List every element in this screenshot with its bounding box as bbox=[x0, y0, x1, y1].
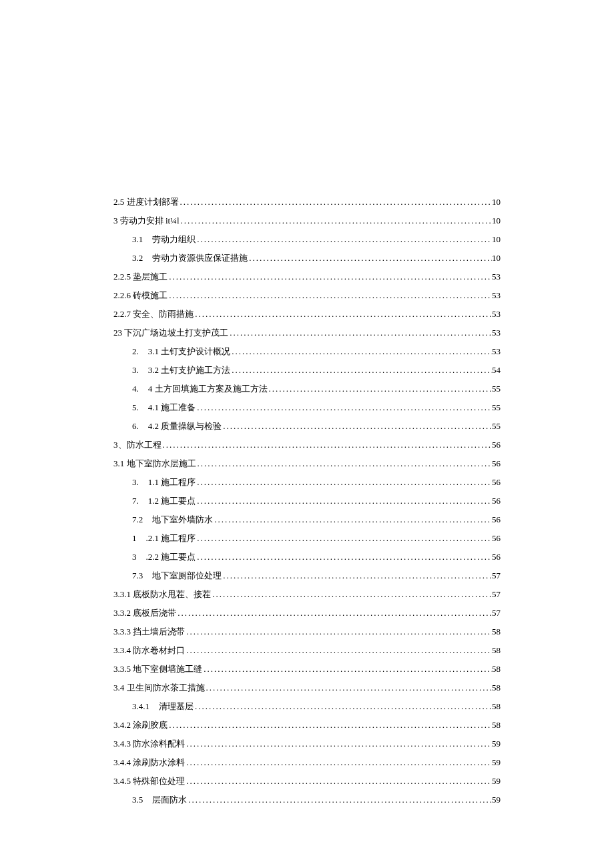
toc-prefix: 3 bbox=[113, 550, 137, 564]
toc-leader-dots bbox=[248, 252, 492, 265]
toc-leader-dots bbox=[228, 326, 492, 340]
toc-leader-dots bbox=[179, 195, 493, 209]
toc-page-number: 59 bbox=[492, 793, 501, 807]
toc-title: 3.3.4 防水卷材封口 bbox=[113, 644, 185, 657]
toc-page-number: 59 bbox=[492, 756, 501, 769]
toc-leader-dots bbox=[168, 270, 492, 284]
toc-entry: 3.4.3 防水涂料配料59 bbox=[113, 737, 501, 751]
toc-entry: 3.4.4 涂刷防水涂料59 bbox=[113, 756, 501, 769]
toc-page-number: 55 bbox=[492, 401, 501, 414]
toc-title: 3.2 土钉支护施工方法 bbox=[148, 364, 231, 377]
toc-title: 3.4.2 涂刷胶底 bbox=[113, 719, 168, 732]
toc-leader-dots bbox=[187, 793, 492, 807]
toc-entry: 2.5 进度计划部署10 bbox=[113, 195, 501, 209]
toc-entry: 2.3.1 土钉支护设计概况53 bbox=[113, 345, 501, 358]
toc-leader-dots bbox=[202, 663, 492, 676]
toc-page-number: 53 bbox=[492, 308, 501, 321]
toc-entry: 3 劳动力安排 it¼l10 bbox=[113, 214, 501, 228]
toc-entry: 3.4.1清理基层58 bbox=[113, 700, 501, 713]
toc-page-number: 57 bbox=[492, 606, 501, 620]
toc-leader-dots bbox=[162, 438, 493, 452]
toc-prefix: 7. bbox=[113, 494, 139, 508]
toc-leader-dots bbox=[196, 457, 493, 470]
toc-leader-dots bbox=[222, 420, 492, 433]
toc-leader-dots bbox=[196, 494, 492, 508]
toc-prefix: 3.4.1 bbox=[113, 700, 149, 713]
toc-page-number: 56 bbox=[492, 550, 501, 564]
toc-page-number: 58 bbox=[492, 719, 501, 732]
toc-page-number: 10 bbox=[492, 214, 501, 228]
toc-title: 3.3.5 地下室侧墙施工缝 bbox=[113, 663, 202, 676]
toc-entry: 3.2.2 施工要点56 bbox=[113, 550, 501, 564]
toc-entry: 3.3.5 地下室侧墙施工缝58 bbox=[113, 663, 501, 676]
toc-prefix: 3. bbox=[113, 476, 139, 489]
toc-title: 清理基层 bbox=[159, 700, 194, 713]
toc-leader-dots bbox=[176, 606, 492, 620]
toc-prefix: 7.2 bbox=[113, 513, 143, 526]
toc-title: 23 下沉广场边坡土打支护茂工 bbox=[113, 326, 228, 340]
toc-title: 3.4.3 防水涂料配料 bbox=[113, 737, 185, 751]
toc-page-number: 10 bbox=[492, 233, 501, 246]
toc-page-number: 56 bbox=[492, 532, 501, 545]
toc-title: 2.5 进度计划部署 bbox=[113, 195, 179, 209]
toc-entry: 7.3地下室厕部位处理57 bbox=[113, 569, 501, 582]
toc-entry: 3.1.1 施工程序56 bbox=[113, 476, 501, 489]
toc-page-number: 53 bbox=[492, 345, 501, 358]
toc-title: 4.2 质量操纵与检验 bbox=[148, 420, 222, 433]
toc-leader-dots bbox=[230, 364, 492, 377]
toc-page-number: 58 bbox=[492, 663, 501, 676]
toc-leader-dots bbox=[211, 588, 492, 601]
toc-leader-dots bbox=[185, 644, 492, 657]
toc-leader-dots bbox=[196, 550, 492, 564]
toc-prefix: 7.3 bbox=[113, 569, 143, 582]
toc-page-number: 56 bbox=[492, 438, 501, 452]
toc-title: 3.1 地下室防水层施工 bbox=[113, 457, 196, 470]
toc-entry: 3.5层面防水59 bbox=[113, 793, 501, 807]
toc-title: 3.1 土钉支护设计概况 bbox=[148, 345, 231, 358]
toc-page-number: 59 bbox=[492, 737, 501, 751]
toc-prefix: 5. bbox=[113, 401, 139, 414]
toc-leader-dots bbox=[180, 214, 492, 228]
toc-title: 4.1 施工准备 bbox=[148, 401, 196, 414]
toc-title: 地下室厕部位处理 bbox=[152, 569, 222, 582]
toc-title: 4 土方回填施工方案及施工方法 bbox=[148, 382, 268, 396]
table-of-contents: 2.5 进度计划部署103 劳动力安排 it¼l103.1劳动力组织103.2劳… bbox=[113, 195, 501, 807]
toc-title: 2.2.6 砖模施工 bbox=[113, 289, 168, 302]
toc-leader-dots bbox=[196, 532, 492, 545]
toc-leader-dots bbox=[185, 737, 492, 751]
toc-leader-dots bbox=[196, 233, 492, 246]
toc-title: .2.2 施工要点 bbox=[146, 550, 196, 564]
toc-title: 劳动力资源供应保证措施 bbox=[152, 252, 248, 265]
toc-page-number: 56 bbox=[492, 494, 501, 508]
toc-page-number: 56 bbox=[492, 476, 501, 489]
toc-title: 1.2 施工要点 bbox=[148, 494, 196, 508]
toc-entry: 3.1劳动力组织10 bbox=[113, 233, 501, 246]
toc-entry: 23 下沉广场边坡土打支护茂工53 bbox=[113, 326, 501, 340]
toc-leader-dots bbox=[196, 476, 492, 489]
toc-entry: 3.3.1 底板防水甩茬、接茬57 bbox=[113, 588, 501, 601]
toc-entry: 2.2.7 安全、防雨措施53 bbox=[113, 308, 501, 321]
toc-page-number: 55 bbox=[492, 420, 501, 433]
toc-leader-dots bbox=[222, 569, 492, 582]
toc-title: 3.4.4 涂刷防水涂料 bbox=[113, 756, 185, 769]
toc-title: 层面防水 bbox=[152, 793, 187, 807]
toc-prefix: 3.1 bbox=[113, 233, 143, 246]
toc-entry: 3.4.2 涂刷胶底58 bbox=[113, 719, 501, 732]
toc-page-number: 58 bbox=[492, 681, 501, 695]
toc-prefix: 3. bbox=[113, 364, 139, 377]
toc-leader-dots bbox=[194, 308, 492, 321]
toc-page-number: 54 bbox=[492, 364, 501, 377]
toc-leader-dots bbox=[185, 756, 492, 769]
toc-entry: 4.4 土方回填施工方案及施工方法55 bbox=[113, 382, 501, 396]
toc-leader-dots bbox=[168, 289, 492, 302]
toc-page-number: 58 bbox=[492, 625, 501, 638]
toc-entry: 3.3.3 挡土墙后浇带58 bbox=[113, 625, 501, 638]
toc-leader-dots bbox=[205, 681, 493, 695]
toc-leader-dots bbox=[168, 719, 492, 732]
toc-page-number: 58 bbox=[492, 700, 501, 713]
toc-entry: 3.4 卫生间防水茶工措施58 bbox=[113, 681, 501, 695]
toc-page-number: 53 bbox=[492, 270, 501, 284]
toc-title: 劳动力组织 bbox=[152, 233, 196, 246]
toc-page-number: 10 bbox=[492, 195, 501, 209]
toc-entry: 3.2劳动力资源供应保证措施10 bbox=[113, 252, 501, 265]
